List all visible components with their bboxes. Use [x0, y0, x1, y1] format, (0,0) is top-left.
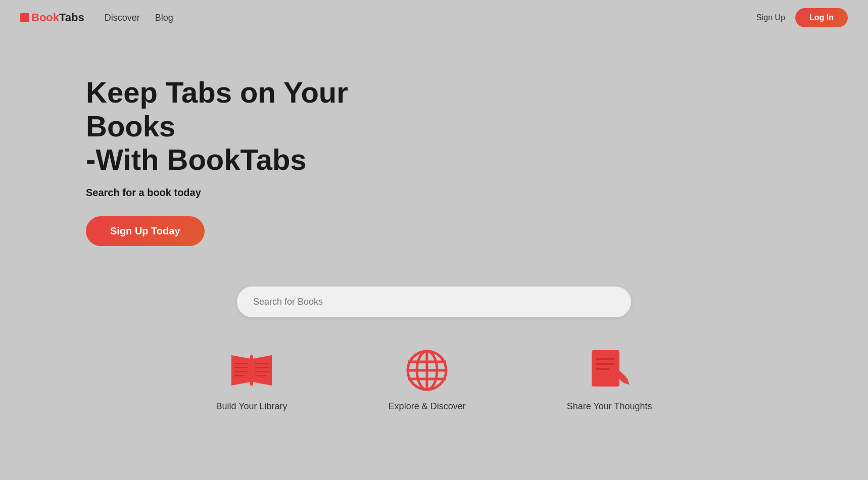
feature-explore-discover: Explore & Discover [389, 348, 466, 412]
login-button[interactable]: Log In [795, 8, 848, 27]
svg-rect-3 [234, 371, 248, 372]
logo-tabs-text: Tabs [59, 11, 84, 24]
feature-explore-discover-label: Explore & Discover [389, 401, 466, 412]
svg-rect-0 [250, 355, 253, 386]
hero-title-line1: Keep Tabs on Your [86, 76, 348, 109]
svg-rect-7 [255, 371, 269, 372]
search-section [0, 286, 868, 317]
svg-rect-18 [596, 368, 610, 370]
svg-rect-17 [596, 363, 615, 365]
navbar: BookTabs Discover Blog Sign Up Log In [0, 0, 868, 35]
nav-links: Discover Blog [105, 13, 756, 23]
svg-rect-5 [255, 363, 269, 364]
logo[interactable]: BookTabs [20, 11, 84, 24]
svg-rect-8 [255, 375, 266, 376]
features-section: Build Your Library Explore & Discover [0, 348, 868, 412]
feature-share-thoughts-label: Share Your Thoughts [567, 401, 652, 412]
logo-book-text: Book [31, 11, 59, 24]
hero-title-line3: -With BookTabs [86, 143, 307, 176]
globe-icon [404, 348, 450, 393]
feature-share-thoughts: Share Your Thoughts [567, 348, 652, 412]
svg-rect-4 [234, 375, 245, 376]
logo-icon [20, 13, 29, 22]
nav-right: Sign Up Log In [756, 8, 848, 27]
feature-build-library: Build Your Library [216, 348, 287, 412]
nav-blog[interactable]: Blog [155, 13, 173, 23]
signup-today-button[interactable]: Sign Up Today [86, 216, 205, 246]
hero-title: Keep Tabs on Your Books -With BookTabs [86, 76, 349, 177]
hero-subtitle: Search for a book today [86, 187, 868, 199]
svg-rect-2 [234, 367, 248, 368]
edit-icon [587, 348, 632, 393]
nav-discover[interactable]: Discover [105, 13, 140, 23]
svg-rect-16 [596, 358, 615, 360]
svg-rect-6 [255, 367, 269, 368]
hero-title-line2: Books [86, 110, 175, 142]
hero-section: Keep Tabs on Your Books -With BookTabs S… [0, 35, 868, 246]
book-icon [229, 348, 274, 393]
nav-signup-link[interactable]: Sign Up [756, 13, 785, 22]
search-input[interactable] [237, 286, 631, 317]
feature-build-library-label: Build Your Library [216, 401, 287, 412]
svg-rect-1 [234, 363, 248, 364]
